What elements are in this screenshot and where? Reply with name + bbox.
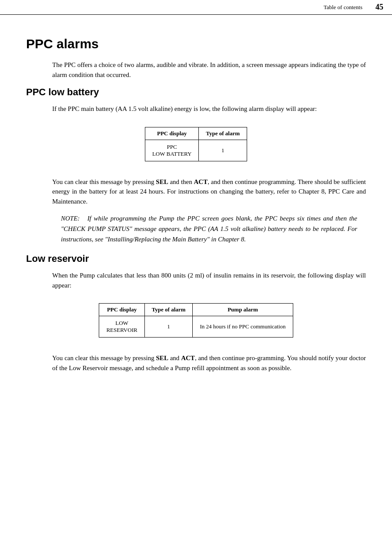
table1-header-display: PPC display (145, 127, 198, 140)
table2-cell-pump: In 24 hours if no PPC communication (193, 316, 293, 338)
table2: PPC display Type of alarm Pump alarm LOW… (99, 303, 293, 338)
section3-body: When the Pump calculates that less than … (52, 271, 366, 290)
text-and2: and (168, 354, 181, 361)
table2-cell-alarm: 1 (144, 316, 193, 338)
page-header: Table of contents 45 (0, 0, 392, 15)
table1-cell-display: PPCLOW BATTERY (145, 140, 198, 161)
table1: PPC display Type of alarm PPCLOW BATTERY… (145, 127, 247, 161)
note-block: NOTE: If while programming the Pump the … (61, 213, 357, 244)
sel-bold2: SEL (156, 354, 168, 361)
note-text: If while programming the Pump the PPC sc… (61, 215, 357, 243)
section3-title: Low reservoir (26, 253, 366, 264)
section1-title: PPC alarms (26, 37, 366, 51)
text-and-then: and then (168, 178, 194, 185)
table-row: PPCLOW BATTERY 1 (145, 140, 247, 161)
section2-after-table: You can clear this message by pressing S… (52, 177, 366, 207)
table2-cell-display: LOWRESERVOIR (99, 316, 144, 338)
note-label: NOTE: (61, 215, 80, 222)
table1-cell-alarm: 1 (199, 140, 247, 161)
section2-body: If the PPC main battery (AA 1.5 volt alk… (52, 104, 366, 114)
table-row: LOWRESERVOIR 1 In 24 hours if no PPC com… (99, 316, 293, 338)
header-title: Table of contents (324, 4, 362, 11)
table2-wrapper: PPC display Type of alarm Pump alarm LOW… (26, 297, 366, 346)
table1-header-alarm: Type of alarm (199, 127, 247, 140)
text-before-sel: You can clear this message by pressing (52, 178, 156, 185)
table2-header-pump: Pump alarm (193, 304, 293, 316)
section2-title: PPC low battery (26, 87, 366, 98)
sel-bold: SEL (156, 178, 168, 185)
page-number: 45 (375, 3, 383, 12)
act-bold: ACT (194, 178, 208, 185)
section3-after-table: You can clear this message by pressing S… (52, 353, 366, 373)
act-bold2: ACT (181, 354, 195, 361)
section1-intro: The PPC offers a choice of two alarms, a… (52, 60, 366, 80)
text-clear-msg: You can clear this message by pressing (52, 354, 156, 361)
table2-header-alarm: Type of alarm (144, 304, 193, 316)
table1-wrapper: PPC display Type of alarm PPCLOW BATTERY… (26, 121, 366, 170)
table2-header-display: PPC display (99, 304, 144, 316)
main-content: PPC alarms The PPC offers a choice of tw… (0, 15, 392, 397)
